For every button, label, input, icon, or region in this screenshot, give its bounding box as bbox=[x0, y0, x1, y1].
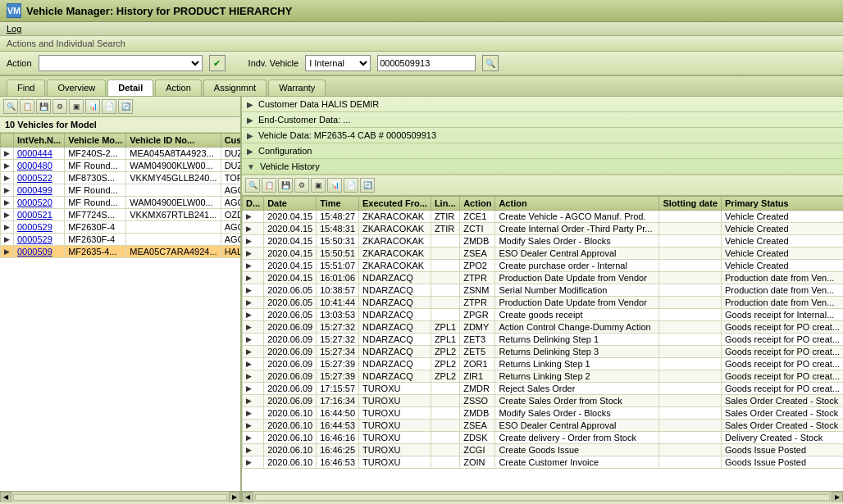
toolbar-btn-5[interactable]: 📊 bbox=[85, 99, 100, 114]
col-vehiclemo[interactable]: Vehicle Mo... bbox=[65, 134, 126, 148]
rcell-lin: ZTIR bbox=[431, 223, 459, 235]
expand-customer-data[interactable]: ▶ Customer Data HALIS DEMIR bbox=[242, 97, 843, 112]
rcol-primary[interactable]: Primary Status bbox=[722, 197, 843, 211]
scroll-right[interactable]: ▶ bbox=[229, 492, 240, 503]
history-row[interactable]: ▶ 2020.06.09 17:15:57 TUROXU ZMDR Reject… bbox=[243, 383, 844, 395]
history-row[interactable]: ▶ 2020.06.05 10:41:44 NDARZACQ ZTPR Prod… bbox=[243, 297, 844, 309]
rcell-time: 13:03:53 bbox=[317, 309, 359, 321]
rcell-primary: Vehicle Created bbox=[722, 260, 843, 272]
table-row[interactable]: ▶ 0000480 MF Round... WAM04900KLW00... D… bbox=[1, 160, 241, 172]
table-row[interactable]: ▶ 0000529 MF2630F-4 AGCO TARIM MAKI bbox=[1, 221, 241, 234]
history-row[interactable]: ▶ 2020.04.15 15:50:51 ZKARACOKAK ZSEA ES… bbox=[243, 247, 844, 260]
rcell-date: 2020.06.10 bbox=[264, 444, 317, 456]
history-row[interactable]: ▶ 2020.06.09 15:27:39 NDARZACQ ZPL2 ZOR1… bbox=[243, 358, 844, 370]
tab-action[interactable]: Action bbox=[155, 79, 202, 96]
history-row[interactable]: ▶ 2020.06.10 16:44:50 TUROXU ZMDB Modify… bbox=[243, 407, 844, 420]
left-table-container[interactable]: IntVeh.N... Vehicle Mo... Vehicle ID No.… bbox=[0, 133, 240, 491]
expand-vehicle-data[interactable]: ▶ Vehicle Data: MF2635-4 CAB # 000050991… bbox=[242, 128, 843, 143]
rcell-exec: ZKARACOKAK bbox=[359, 235, 431, 247]
right-btn-6[interactable]: 📄 bbox=[344, 178, 358, 193]
rcell-d: ▶ bbox=[243, 370, 264, 383]
history-row[interactable]: ▶ 2020.04.15 15:48:31 ZKARACOKAK ZTIR ZC… bbox=[243, 223, 844, 235]
right-scroll-track[interactable] bbox=[255, 494, 830, 501]
indv-vehicle-number[interactable] bbox=[377, 55, 476, 71]
right-btn-2[interactable]: 💾 bbox=[278, 178, 293, 193]
rcol-action[interactable]: Action bbox=[495, 197, 659, 211]
history-row[interactable]: ▶ 2020.06.09 15:27:39 NDARZACQ ZPL2 ZIR1… bbox=[243, 370, 844, 383]
rcol-slotting[interactable]: Slotting date bbox=[659, 197, 722, 211]
history-row[interactable]: ▶ 2020.04.15 15:50:31 ZKARACOKAK ZMDB Mo… bbox=[243, 235, 844, 247]
rcol-time[interactable]: Time bbox=[317, 197, 359, 211]
table-row[interactable]: ▶ 0000522 MF8730S... VKKMY45GLLB240... T… bbox=[1, 172, 241, 184]
history-row[interactable]: ▶ 2020.06.09 15:27:34 NDARZACQ ZPL2 ZET5… bbox=[243, 346, 844, 358]
scroll-track[interactable] bbox=[13, 494, 227, 501]
table-row[interactable]: ▶ 0000521 MF7724S... VKKMX67RTLB241... O… bbox=[1, 209, 241, 221]
right-scroll-left[interactable]: ◀ bbox=[242, 492, 253, 503]
rcell-actioncode: ZSSO bbox=[460, 395, 495, 407]
rcell-d: ▶ bbox=[243, 211, 264, 223]
right-btn-4[interactable]: ▣ bbox=[311, 178, 326, 193]
right-btn-5[interactable]: 📊 bbox=[327, 178, 342, 193]
tab-detail[interactable]: Detail bbox=[107, 79, 153, 96]
tab-overview[interactable]: Overview bbox=[47, 79, 106, 96]
toolbar-btn-7[interactable]: 🔄 bbox=[118, 99, 133, 114]
col-customer[interactable]: Customer Name bbox=[221, 134, 240, 148]
indv-vehicle-select[interactable]: I Internal bbox=[305, 55, 371, 71]
rcell-exec: TUROXU bbox=[359, 444, 431, 456]
toolbar-btn-search[interactable]: 🔍 bbox=[3, 99, 18, 114]
rcol-exec[interactable]: Executed Fro... bbox=[359, 197, 431, 211]
expand-text-3: Vehicle Data: MF2635-4 CAB # 0000509913 bbox=[258, 130, 436, 140]
history-row[interactable]: ▶ 2020.06.09 17:16:34 TUROXU ZSSO Create… bbox=[243, 395, 844, 407]
toolbar-btn-6[interactable]: 📄 bbox=[102, 99, 116, 114]
rcell-action: Serial Number Modification bbox=[495, 284, 659, 297]
table-row[interactable]: ▶ 0000520 MF Round... WAM04900ELW00... A… bbox=[1, 197, 241, 209]
rcol-date[interactable]: Date bbox=[264, 197, 317, 211]
history-row[interactable]: ▶ 2020.06.09 15:27:32 NDARZACQ ZPL1 ZDMY… bbox=[243, 321, 844, 334]
toolbar-btn-3[interactable]: ⚙ bbox=[52, 99, 67, 114]
right-btn-1[interactable]: 📋 bbox=[262, 178, 276, 193]
history-row[interactable]: ▶ 2020.04.15 15:48:27 ZKARACOKAK ZTIR ZC… bbox=[243, 211, 844, 223]
action-select[interactable] bbox=[39, 55, 203, 71]
table-row[interactable]: ▶ 0000499 MF Round... AGCO TARIM MAKI bbox=[1, 184, 241, 197]
lookup-button[interactable]: 🔍 bbox=[482, 55, 499, 71]
history-row[interactable]: ▶ 2020.06.05 10:38:57 NDARZACQ ZSNM Seri… bbox=[243, 284, 844, 297]
right-btn-3[interactable]: ⚙ bbox=[294, 178, 309, 193]
table-row[interactable]: ▶ 0000509 MF2635-4... MEA05C7ARA4924... … bbox=[1, 246, 241, 258]
rcol-lin[interactable]: Lin... bbox=[431, 197, 459, 211]
expand-configuration[interactable]: ▶ Configuration bbox=[242, 143, 843, 159]
check-button[interactable]: ✔ bbox=[209, 55, 226, 71]
scroll-left[interactable]: ◀ bbox=[0, 492, 11, 503]
history-row[interactable]: ▶ 2020.06.10 16:46:25 TUROXU ZCGI Create… bbox=[243, 444, 844, 456]
toolbar-btn-1[interactable]: 📋 bbox=[20, 99, 34, 114]
col-intveh[interactable]: IntVeh.N... bbox=[14, 134, 65, 148]
history-row[interactable]: ▶ 2020.04.15 15:51:07 ZKARACOKAK ZPO2 Cr… bbox=[243, 260, 844, 272]
right-btn-7[interactable]: 🔄 bbox=[360, 178, 375, 193]
history-row[interactable]: ▶ 2020.06.09 15:27:32 NDARZACQ ZPL1 ZET3… bbox=[243, 334, 844, 346]
tab-assignmnt[interactable]: Assignmnt bbox=[203, 79, 267, 96]
right-btn-search[interactable]: 🔍 bbox=[245, 178, 260, 193]
history-row[interactable]: ▶ 2020.06.10 16:46:16 TUROXU ZDSK Create… bbox=[243, 432, 844, 444]
rcol-actioncode[interactable]: Action bbox=[460, 197, 495, 211]
table-row[interactable]: ▶ 0000529 MF2630F-4 AGCO TARIM MAKI bbox=[1, 234, 241, 246]
history-row[interactable]: ▶ 2020.06.05 13:03:53 NDARZACQ ZPGR Crea… bbox=[243, 309, 844, 321]
tab-find[interactable]: Find bbox=[7, 79, 45, 96]
toolbar-btn-2[interactable]: 💾 bbox=[36, 99, 51, 114]
history-row[interactable]: ▶ 2020.06.10 16:44:53 TUROXU ZSEA ESO De… bbox=[243, 420, 844, 432]
expand-end-customer[interactable]: ▶ End-Customer Data: ... bbox=[242, 112, 843, 128]
rcell-exec: TUROXU bbox=[359, 456, 431, 469]
right-table-container[interactable]: D... Date Time Executed Fro... Lin... Ac… bbox=[242, 196, 843, 491]
table-row[interactable]: ▶ 0000444 MF240S-2... MEA045A8TA4923... … bbox=[1, 148, 241, 160]
rcell-d: ▶ bbox=[243, 456, 264, 469]
tab-warranty[interactable]: Warranty bbox=[268, 79, 326, 96]
right-scroll-right[interactable]: ▶ bbox=[832, 492, 843, 503]
expand-vehicle-history[interactable]: ▼ Vehicle History bbox=[242, 159, 843, 175]
right-hscrollbar[interactable]: ◀ ▶ bbox=[242, 491, 843, 502]
col-vehicleid[interactable]: Vehicle ID No... bbox=[126, 134, 221, 148]
expand-text-1: Customer Data HALIS DEMIR bbox=[258, 99, 379, 109]
toolbar-btn-4[interactable]: ▣ bbox=[69, 99, 84, 114]
rcell-primary: Goods receipt for Internal... bbox=[722, 309, 843, 321]
left-hscrollbar[interactable]: ◀ ▶ bbox=[0, 491, 240, 502]
menu-log[interactable]: Log bbox=[7, 24, 21, 34]
history-row[interactable]: ▶ 2020.06.10 16:46:53 TUROXU ZOIN Create… bbox=[243, 456, 844, 469]
history-row[interactable]: ▶ 2020.04.15 16:01:06 NDARZACQ ZTPR Prod… bbox=[243, 272, 844, 284]
